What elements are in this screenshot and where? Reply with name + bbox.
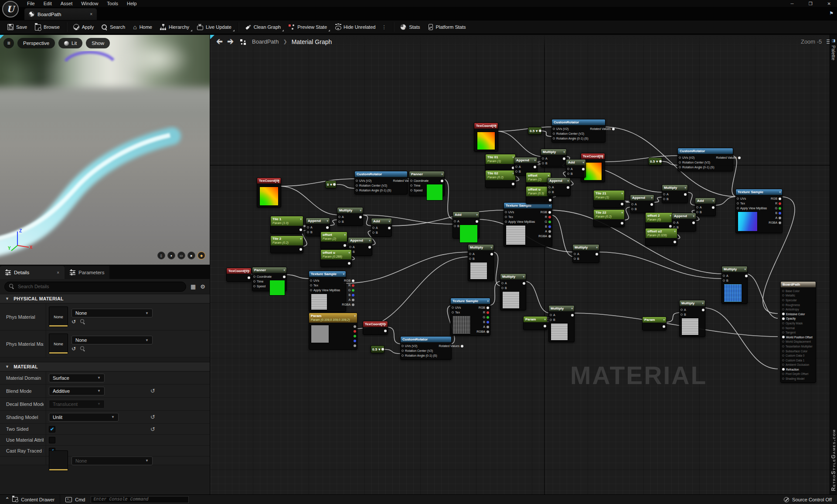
node-pin[interactable] bbox=[441, 180, 443, 182]
node-pin[interactable] bbox=[782, 336, 785, 338]
material-pin-ambient-occlusion[interactable]: Ambient Occlusion bbox=[781, 363, 816, 368]
node-pin[interactable] bbox=[401, 350, 404, 352]
menu-window[interactable]: Window bbox=[77, 0, 102, 7]
material-pin-world-displacement[interactable]: World Displacement bbox=[781, 340, 816, 344]
node-pin[interactable] bbox=[542, 162, 544, 164]
live-update-button[interactable]: Live Update bbox=[193, 20, 235, 34]
preview-mesh-plane-button[interactable]: ▭ bbox=[177, 252, 185, 259]
node-pin[interactable] bbox=[779, 207, 781, 210]
asset-select[interactable]: None▼ bbox=[71, 456, 153, 465]
save-button[interactable]: Save bbox=[3, 20, 31, 34]
node-pin[interactable] bbox=[469, 253, 471, 255]
graph-node-rotator-b[interactable]: CustomRotatorUVs (V2)Rotation Center (V2… bbox=[400, 336, 452, 360]
graph-node-add-big[interactable]: Add▾AB bbox=[453, 211, 480, 238]
asset-thumbnail[interactable]: None bbox=[49, 306, 68, 327]
material-pin-specular[interactable]: Specular bbox=[781, 298, 816, 303]
node-pin[interactable] bbox=[523, 282, 525, 285]
node-pin[interactable] bbox=[388, 227, 391, 229]
node-pin[interactable] bbox=[487, 306, 489, 309]
node-pin[interactable] bbox=[352, 279, 354, 282]
node-pin[interactable] bbox=[567, 168, 569, 170]
graph-node-tile-2[interactable]: Tile 2▾Param (0.2) bbox=[270, 235, 303, 253]
node-pin[interactable] bbox=[663, 198, 665, 200]
node-pin[interactable] bbox=[326, 226, 329, 229]
tab-close-icon[interactable]: × bbox=[57, 270, 59, 275]
breadcrumb-asset[interactable]: BoardPath bbox=[252, 38, 279, 45]
use-selected-icon[interactable]: ↺ bbox=[71, 346, 76, 352]
node-pin[interactable] bbox=[487, 311, 489, 314]
node-pin[interactable] bbox=[539, 129, 541, 132]
node-pin[interactable] bbox=[310, 289, 312, 291]
use-selected-icon[interactable]: ↺ bbox=[71, 319, 76, 325]
material-pin-opacity[interactable]: Opacity bbox=[781, 317, 816, 321]
node-pin[interactable] bbox=[253, 285, 255, 287]
node-pin[interactable] bbox=[501, 282, 504, 284]
node-pin[interactable] bbox=[338, 216, 340, 218]
material-pin-normal[interactable]: Normal bbox=[781, 326, 816, 330]
node-pin[interactable] bbox=[307, 231, 309, 233]
more-options-icon[interactable]: ⋮ bbox=[381, 24, 387, 30]
node-pin[interactable] bbox=[574, 253, 576, 255]
node-pin[interactable] bbox=[548, 225, 551, 228]
menu-file[interactable]: File bbox=[23, 0, 39, 7]
material-pin-emissive-color[interactable]: Emissive Color bbox=[781, 312, 816, 317]
node-pin[interactable] bbox=[354, 344, 356, 347]
material-pin-tangent[interactable]: Tangent bbox=[781, 330, 816, 335]
node-pin[interactable] bbox=[631, 203, 633, 205]
graph-node-multiply-h[interactable]: Multiply▾AB bbox=[679, 300, 705, 337]
node-pin[interactable] bbox=[674, 241, 676, 243]
node-pin[interactable] bbox=[679, 157, 681, 159]
graph-node-const-05b[interactable]: 0.5▾ bbox=[648, 157, 662, 165]
node-pin[interactable] bbox=[567, 173, 569, 175]
material-pin-anisotropy[interactable]: Anisotropy bbox=[781, 307, 816, 312]
unreal-logo-icon[interactable]: U bbox=[2, 1, 19, 17]
graph-node-param-g2[interactable]: Param▾ bbox=[642, 317, 667, 330]
node-pin[interactable] bbox=[782, 345, 784, 347]
show-button[interactable]: Show bbox=[86, 38, 110, 48]
material-pin-subsurface-color[interactable]: Subsurface Color bbox=[781, 349, 816, 354]
node-pin[interactable] bbox=[368, 246, 371, 249]
node-pin[interactable] bbox=[487, 321, 489, 324]
material-pin-tessellation-multiplier[interactable]: Tessellation Multiplier bbox=[781, 344, 816, 349]
notification-flag-icon[interactable]: ⚑ bbox=[829, 10, 834, 16]
node-pin[interactable] bbox=[410, 184, 412, 187]
node-pin[interactable] bbox=[299, 248, 302, 251]
graph-node-append-c[interactable]: Append▾AB bbox=[630, 194, 654, 213]
content-drawer-button[interactable]: ⌃ Content Drawer bbox=[0, 495, 60, 504]
node-pin[interactable] bbox=[779, 202, 781, 205]
material-pin-shading-model[interactable]: Shading Model bbox=[781, 376, 816, 381]
graph-node-multiply-g[interactable]: Multiply▾AB bbox=[721, 266, 748, 304]
graph-node-texcoord-a[interactable]: TexCoord[0]▾ bbox=[257, 177, 281, 208]
node-pin[interactable] bbox=[356, 184, 358, 187]
graph-node-panner-a[interactable]: Panner▾CoordinateTimeSpeed bbox=[409, 171, 445, 196]
material-pin-roughness[interactable]: Roughness bbox=[781, 303, 816, 307]
browse-to-asset-icon[interactable] bbox=[80, 346, 85, 351]
node-pin[interactable] bbox=[548, 216, 551, 218]
node-pin[interactable] bbox=[631, 208, 633, 210]
node-pin[interactable] bbox=[782, 350, 784, 352]
hide-unrelated-button[interactable]: Hide Unrelated⋮ bbox=[331, 20, 391, 34]
node-pin[interactable] bbox=[696, 211, 698, 213]
node-pin[interactable] bbox=[679, 161, 681, 163]
lit-mode-button[interactable]: Lit bbox=[58, 38, 82, 48]
node-pin[interactable] bbox=[680, 309, 683, 311]
material-pin-world-position-offset[interactable]: World Position Offset bbox=[781, 335, 816, 340]
graph-node-const-05a[interactable]: 0.5▾ bbox=[371, 345, 384, 353]
tab-boardpath[interactable]: BoardPath × bbox=[24, 8, 97, 20]
node-pin[interactable] bbox=[381, 348, 384, 351]
node-pin[interactable] bbox=[490, 253, 493, 255]
decal-blend-mode-select[interactable]: Translucent▼ bbox=[49, 400, 105, 409]
node-pin[interactable] bbox=[349, 246, 351, 248]
node-pin[interactable] bbox=[333, 183, 336, 186]
search-details-input[interactable] bbox=[18, 284, 181, 289]
graph-node-rotator-c[interactable]: CustomRotatorUVs (V2)Rotation Center (V2… bbox=[677, 148, 733, 171]
hierarchy-button[interactable]: Hierarchy bbox=[156, 20, 193, 34]
menu-edit[interactable]: Edit bbox=[39, 0, 56, 7]
node-pin[interactable] bbox=[356, 180, 358, 182]
node-pin[interactable] bbox=[461, 345, 463, 347]
material-pin-refraction[interactable]: Refraction bbox=[781, 367, 816, 372]
node-pin[interactable] bbox=[663, 193, 665, 195]
graph-node-const-05c[interactable]: 0.5▾ bbox=[528, 127, 542, 135]
menu-help[interactable]: Help bbox=[122, 0, 141, 7]
node-pin[interactable] bbox=[782, 359, 784, 361]
